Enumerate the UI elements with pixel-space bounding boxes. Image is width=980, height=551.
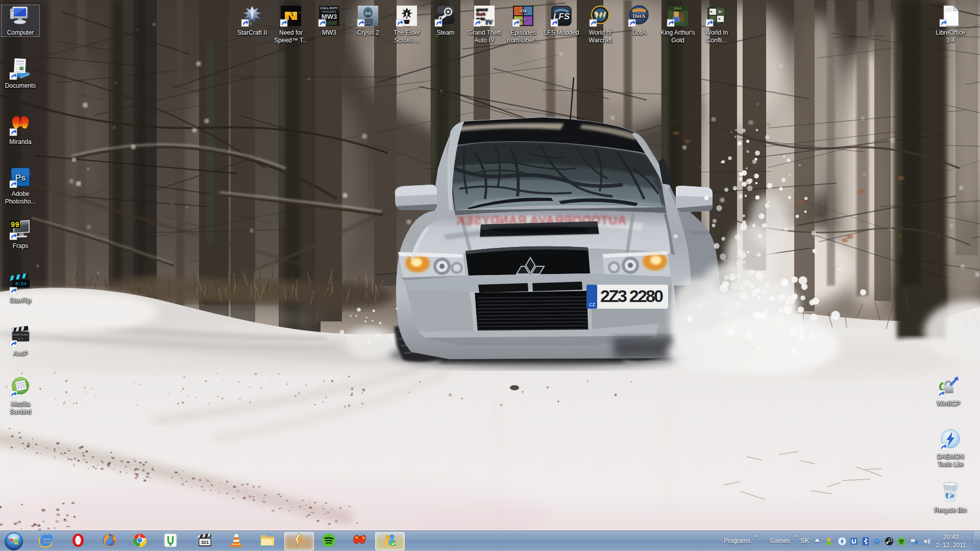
svg-text:2Z3 2280: 2Z3 2280 — [600, 286, 664, 306]
svg-text:321: 321 — [201, 540, 209, 545]
svg-text:DOM FILMS: DOM FILMS — [13, 333, 29, 336]
svg-text:41 5: 41 5 — [18, 338, 23, 341]
svg-text:™: ™ — [298, 11, 301, 14]
svg-text:CZ: CZ — [589, 302, 595, 307]
svg-text:KAG: KAG — [674, 6, 682, 11]
svg-text:IV: IV — [485, 18, 493, 26]
svg-text:theft: theft — [476, 12, 485, 16]
svg-text:CALL·DUTY: CALL·DUTY — [321, 7, 338, 10]
svg-text:grand: grand — [476, 7, 487, 12]
svg-text:EFLC: EFLC — [519, 18, 527, 21]
svg-text:C2: C2 — [365, 20, 371, 25]
svg-text:99: 99 — [11, 221, 19, 229]
svg-text:GTA: GTA — [520, 9, 527, 13]
svg-text:DotA: DotA — [632, 13, 645, 19]
svg-text:0:54: 0:54 — [15, 282, 27, 287]
